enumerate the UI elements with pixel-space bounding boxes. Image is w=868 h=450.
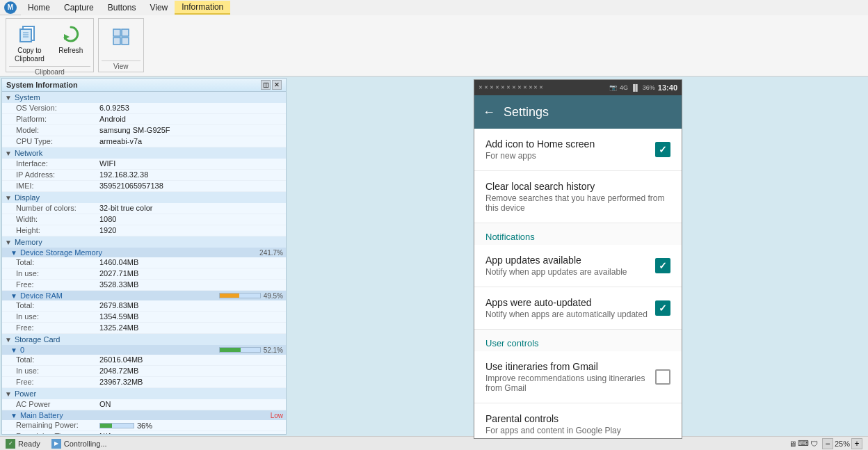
colors-label: Number of colors: xyxy=(16,204,99,213)
menu-capture[interactable]: Capture xyxy=(57,1,101,14)
status-right: 🖥 ⌨ 🛡 − 25% + xyxy=(789,438,862,449)
menu-view[interactable]: View xyxy=(143,1,175,14)
ram-free-label: Free: xyxy=(16,323,99,332)
ready-icon: ✓ xyxy=(6,439,15,449)
parental-controls-text: Parental controls For apps and content i… xyxy=(485,413,670,435)
app-updates-text: App updates available Notify when app up… xyxy=(485,255,655,277)
sc-total-label: Total: xyxy=(16,355,99,364)
network-section-header[interactable]: ▼ Network xyxy=(2,147,286,159)
settings-content: Add icon to Home screen For new apps Cle… xyxy=(474,129,682,438)
menu-home[interactable]: Home xyxy=(21,1,57,14)
view-button[interactable] xyxy=(102,23,140,52)
display-header-label: Display xyxy=(15,193,40,202)
ds-free-value: 3528.33MB xyxy=(99,280,283,289)
cpu-value: armeabi-v7a xyxy=(99,137,283,146)
device-screen: ✕ ✕ ✕ ✕ ✕ ✕ ✕ ✕ ✕ ✕ ✕ ✕ 📷 4G ▐▌ 36% 13:4… xyxy=(474,79,682,439)
model-label: Model: xyxy=(16,126,99,135)
os-version-value: 6.0.9253 xyxy=(99,104,283,113)
device-ram-header[interactable]: ▼ Device RAM 49.5% xyxy=(2,291,286,300)
width-label: Width: xyxy=(16,215,99,224)
app-updates-checkbox[interactable] xyxy=(655,258,670,273)
remaining-time-label: Remaining Time: xyxy=(16,432,99,435)
add-icon-title: Add icon to Home screen xyxy=(485,138,655,150)
add-icon-setting[interactable]: Add icon to Home screen For new apps xyxy=(474,129,682,171)
clear-history-subtitle: Remove searches that you have performed … xyxy=(485,193,670,213)
gmail-itineraries-checkbox[interactable] xyxy=(655,369,670,385)
menu-information[interactable]: Information xyxy=(175,1,230,15)
power-section-header[interactable]: ▼ Power xyxy=(2,388,286,399)
device-storage-label: Device Storage Memory xyxy=(20,248,102,257)
display-section-header[interactable]: ▼ Display xyxy=(2,192,286,203)
refresh-button[interactable]: Refresh xyxy=(51,20,90,66)
system-header-label: System xyxy=(15,93,40,102)
os-version-row: OS Version: 6.0.9253 xyxy=(2,103,286,114)
keyboard-icon: ⌨ xyxy=(798,439,809,448)
auto-updated-setting[interactable]: Apps were auto-updated Notify when apps … xyxy=(474,287,682,330)
remaining-value: 36% xyxy=(137,421,152,430)
notifications-section-header: Notifications xyxy=(474,223,682,245)
colors-value: 32-bit true color xyxy=(99,204,283,213)
ds-free-row: Free: 3528.33MB xyxy=(2,280,286,291)
app-bar: ← Settings xyxy=(474,95,682,129)
ram-free-value: 1325.24MB xyxy=(99,323,283,332)
gmail-itineraries-title: Use itineraries from Gmail xyxy=(485,361,655,372)
imei-row: IMEI: 359521065957138 xyxy=(2,181,286,192)
add-icon-checkbox[interactable] xyxy=(655,142,670,157)
copy-to-clipboard-button[interactable]: Copy to Clipboard xyxy=(9,20,50,66)
copy-label: Copy to Clipboard xyxy=(15,47,45,63)
screen-icon: 🖥 xyxy=(789,440,796,448)
system-section-header[interactable]: ▼ System xyxy=(2,92,286,103)
height-label: Height: xyxy=(16,226,99,235)
status-icons-left: ✕ ✕ ✕ ✕ ✕ ✕ ✕ ✕ ✕ ✕ ✕ ✕ xyxy=(479,85,543,90)
back-button[interactable]: ← xyxy=(483,105,495,120)
ip-value: 192.168.32.38 xyxy=(99,170,283,179)
width-value: 1080 xyxy=(99,215,283,224)
platform-row: Platform: Android xyxy=(2,114,286,125)
imei-value: 359521065957138 xyxy=(99,182,283,191)
os-version-label: OS Version: xyxy=(16,104,99,113)
platform-label: Platform: xyxy=(16,115,99,124)
storage-card-0-header[interactable]: ▼ 0 52.1% xyxy=(2,345,286,355)
app-updates-setting[interactable]: App updates available Notify when app up… xyxy=(474,245,682,287)
memory-section-header[interactable]: ▼ Memory xyxy=(2,236,286,248)
main-battery-header[interactable]: ▼ Main Battery Low xyxy=(2,410,286,420)
ds-inuse-value: 2027.71MB xyxy=(99,269,283,278)
remaining-label: Remaining Power: xyxy=(16,421,99,430)
app-updates-title: App updates available xyxy=(485,255,655,266)
app-updates-subtitle: Notify when app updates are available xyxy=(485,267,655,277)
zoom-out-button[interactable]: − xyxy=(822,438,833,449)
menu-buttons[interactable]: Buttons xyxy=(101,1,143,14)
device-status-bar: ✕ ✕ ✕ ✕ ✕ ✕ ✕ ✕ ✕ ✕ ✕ ✕ 📷 4G ▐▌ 36% 13:4… xyxy=(474,80,682,95)
pin-button[interactable]: ◫ xyxy=(261,80,271,90)
ds-inuse-row: In use: 2027.71MB xyxy=(2,268,286,280)
colors-row: Number of colors: 32-bit true color xyxy=(2,203,286,214)
svg-rect-1 xyxy=(20,29,31,42)
status-time: 13:40 xyxy=(658,83,677,92)
close-panel-button[interactable]: ✕ xyxy=(272,80,282,90)
storage-card-section-header[interactable]: ▼ Storage Card xyxy=(2,334,286,345)
system-info-panel: System Information ◫ ✕ ▼ System OS Versi… xyxy=(1,78,287,435)
model-row: Model: samsung SM-G925F xyxy=(2,125,286,136)
clear-history-setting[interactable]: Clear local search history Remove search… xyxy=(474,171,682,223)
signal-icon: 4G xyxy=(620,84,628,91)
ip-label: IP Address: xyxy=(16,170,99,179)
battery-indicator: 36% xyxy=(643,84,655,91)
remaining-time-value: N/A xyxy=(99,432,283,435)
device-storage-header[interactable]: ▼ Device Storage Memory 241.7% xyxy=(2,248,286,257)
gmail-itineraries-setting[interactable]: Use itineraries from Gmail Improve recom… xyxy=(474,351,682,403)
storage-0-percent: 52.1% xyxy=(264,346,283,354)
view-group-label: View xyxy=(102,61,140,70)
sc-inuse-value: 2048.72MB xyxy=(99,367,283,376)
device-view: ✕ ✕ ✕ ✕ ✕ ✕ ✕ ✕ ✕ ✕ ✕ ✕ 📷 4G ▐▌ 36% 13:4… xyxy=(288,77,868,436)
auto-updated-checkbox[interactable] xyxy=(655,300,670,316)
zoom-in-button[interactable]: + xyxy=(851,438,862,449)
ds-total-label: Total: xyxy=(16,258,99,267)
user-controls-section-header: User controls xyxy=(474,330,682,351)
view-icon xyxy=(110,26,132,48)
ram-free-row: Free: 1325.24MB xyxy=(2,323,286,334)
height-value: 1920 xyxy=(99,226,283,235)
gmail-itineraries-text: Use itineraries from Gmail Improve recom… xyxy=(485,361,655,393)
controlling-icon: ▶ xyxy=(51,439,61,449)
parental-controls-setting[interactable]: Parental controls For apps and content i… xyxy=(474,403,682,438)
storage-card-label: Storage Card xyxy=(15,335,60,344)
